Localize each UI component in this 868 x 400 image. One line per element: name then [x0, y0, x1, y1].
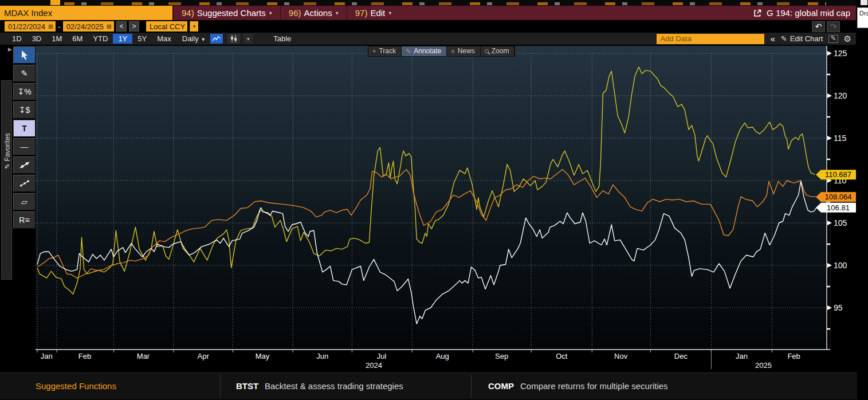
period-button-1d[interactable]: 1D — [7, 34, 27, 44]
view-title-group: G 194: global mid cap — [753, 6, 856, 20]
measure-percent-tool[interactable]: ↧% — [13, 83, 36, 100]
svg-text:Feb: Feb — [78, 352, 91, 360]
date-range-bar: 01/22/2024 ⊞ - 02/24/2025 ⊞ < > Local CC… — [0, 20, 856, 33]
zoom-icon — [485, 49, 489, 53]
cursor-tool[interactable] — [13, 46, 36, 64]
table-button[interactable]: Table — [268, 34, 297, 44]
svg-text:2025: 2025 — [755, 361, 772, 370]
menu-item-actions[interactable]: 96)Actions▾ — [280, 6, 347, 20]
price-chart[interactable]: 95100105110115120125JanFebMarAprMayJunJu… — [0, 45, 856, 371]
gear-icon[interactable]: ⚙ — [844, 34, 851, 44]
svg-text:120: 120 — [834, 91, 847, 100]
line-chart-icon — [212, 36, 221, 42]
svg-text:Jan: Jan — [41, 352, 53, 360]
end-date-field[interactable]: 02/24/2025 ⊞ — [63, 21, 114, 32]
trend-segment-tool[interactable] — [13, 175, 36, 192]
chart-mode-buttons: +Track✎Annotate≡NewsZoom — [368, 46, 515, 57]
undo-redo-group: ↶ ↷ — [812, 21, 856, 32]
redo-button[interactable]: ↷ — [827, 21, 840, 32]
svg-text:Oct: Oct — [556, 352, 568, 360]
candle-chart-type-button[interactable] — [227, 34, 240, 44]
svg-text:Dec: Dec — [674, 352, 688, 360]
frequency-select[interactable]: Daily ▼ — [182, 34, 206, 43]
svg-text:Jul: Jul — [377, 352, 387, 360]
svg-text:Aug: Aug — [436, 352, 449, 360]
measure-price-tool[interactable]: ↧$ — [13, 101, 36, 119]
period-button-max[interactable]: Max — [152, 34, 176, 44]
suggested-functions-heading[interactable]: Suggested Functions — [36, 381, 116, 391]
start-date-field[interactable]: 01/22/2024 ⊞ — [5, 21, 56, 32]
svg-text:108.064: 108.064 — [825, 193, 852, 201]
channel-tool[interactable]: ▱ — [13, 193, 36, 210]
period-button-1m[interactable]: 1M — [46, 34, 67, 44]
svg-text:Sep: Sep — [495, 352, 508, 360]
news-button[interactable]: ≡News — [447, 46, 480, 56]
edit-chart-button[interactable]: ✎Edit Chart — [781, 34, 823, 43]
period-button-6m[interactable]: 6M — [67, 34, 88, 44]
ticker-highlight-block — [50, 0, 60, 5]
svg-text:95: 95 — [834, 303, 843, 312]
calendar-icon[interactable]: ⊞ — [107, 23, 112, 30]
horizontal-line-tool[interactable]: — — [13, 138, 36, 155]
prev-range-button[interactable]: < — [116, 21, 127, 32]
draw-pencil-tool[interactable]: ✎ — [13, 65, 36, 82]
svg-text:106.81: 106.81 — [827, 203, 850, 212]
chart-settings-icon[interactable]: ✎ — [828, 35, 838, 43]
regression-tool[interactable]: R≡ — [13, 211, 36, 229]
svg-text:May: May — [256, 352, 270, 360]
chart-type-dropdown[interactable]: ▾ — [243, 34, 253, 44]
svg-text:Feb: Feb — [787, 352, 800, 360]
annotate-icon: ✎ — [406, 48, 411, 55]
zoom-button[interactable]: Zoom — [481, 46, 515, 56]
trend-line-tool[interactable] — [13, 156, 36, 174]
undo-button[interactable]: ↶ — [812, 21, 825, 32]
menu-bar: MDAX Index 94)Suggested Charts▾96)Action… — [0, 6, 856, 20]
divider — [471, 375, 472, 398]
window-corner-fragment — [861, 0, 867, 5]
palette-expander-icon[interactable]: ▶ — [8, 46, 12, 52]
clipped-ticker-strip — [0, 0, 856, 6]
svg-text:Jan: Jan — [736, 352, 748, 360]
candlestick-icon — [230, 35, 238, 42]
currency-select[interactable]: Local CCY — [146, 21, 187, 32]
bloomberg-terminal-window: MDAX Index 94)Suggested Charts▾96)Action… — [0, 0, 868, 400]
date-range-dash: - — [58, 22, 60, 31]
period-buttons: 1D3D1M6MYTD1Y5YMax — [0, 34, 176, 44]
period-button-ytd[interactable]: YTD — [88, 34, 113, 44]
annotation-tool-palette: ✎↧%↧$T—▱R≡ — [13, 46, 36, 230]
currency-value: Local CCY — [150, 22, 185, 31]
track-icon: + — [372, 48, 376, 54]
svg-text:105: 105 — [834, 218, 847, 228]
svg-text:Apr: Apr — [198, 352, 210, 360]
ticker-clipped-text — [64, 2, 826, 5]
period-button-5y[interactable]: 5Y — [132, 34, 152, 44]
function-desc-btst: Backtest & assess trading strategies — [265, 381, 403, 391]
menu-item-edit[interactable]: 97)Edit▾ — [347, 6, 400, 20]
function-desc-comp: Compare returns for multiple securities — [520, 381, 668, 391]
calendar-icon[interactable]: ⊞ — [48, 23, 53, 30]
period-button-3d[interactable]: 3D — [27, 34, 47, 44]
end-date-value: 02/24/2025 — [66, 22, 104, 31]
function-code-btst[interactable]: BTST — [236, 381, 258, 391]
divider — [220, 375, 221, 398]
currency-dropdown-arrow[interactable]: ▾ — [190, 21, 198, 32]
text-annotation-tool[interactable]: T — [13, 120, 36, 137]
favorites-strip[interactable]: ✎ Favorites — [1, 80, 12, 280]
external-link-icon[interactable] — [753, 9, 762, 18]
function-code-comp[interactable]: COMP — [488, 381, 514, 391]
next-range-button[interactable]: > — [129, 21, 139, 32]
annotate-button[interactable]: ✎Annotate — [402, 46, 447, 56]
add-data-input[interactable]: Add Data — [657, 34, 764, 44]
period-button-1y[interactable]: 1Y — [113, 34, 132, 44]
menu-item-suggested-charts[interactable]: 94)Suggested Charts▾ — [173, 6, 280, 20]
svg-text:110.687: 110.687 — [825, 170, 851, 179]
news-icon: ≡ — [451, 48, 454, 54]
drag-tooltip-fragment: Dra — [857, 7, 868, 28]
collapse-panel-button[interactable]: « — [770, 34, 775, 44]
svg-text:2024: 2024 — [366, 361, 382, 370]
toolbar-right-group: « ✎Edit Chart ✎ ⚙ — [764, 34, 856, 44]
favorites-label: ✎ Favorites — [3, 120, 13, 183]
line-chart-type-button[interactable] — [210, 34, 223, 44]
track-button[interactable]: +Track — [368, 46, 402, 56]
security-ticker-field[interactable]: MDAX Index — [0, 6, 173, 20]
